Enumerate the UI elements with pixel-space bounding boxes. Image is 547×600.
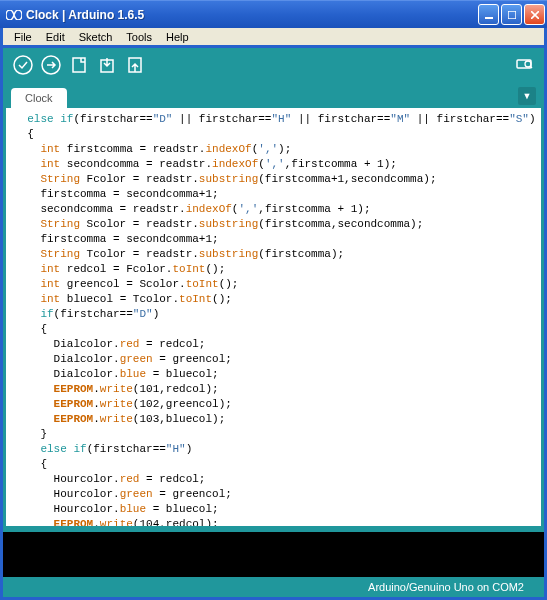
window-title: Clock | Arduino 1.6.5 — [26, 8, 478, 22]
menu-edit[interactable]: Edit — [39, 29, 72, 45]
tab-menu-button[interactable]: ▼ — [518, 87, 536, 105]
svg-rect-1 — [508, 11, 516, 19]
console-panel — [3, 529, 544, 577]
menu-help[interactable]: Help — [159, 29, 196, 45]
upload-button[interactable] — [39, 53, 63, 77]
open-button[interactable] — [95, 53, 119, 77]
menu-file[interactable]: File — [7, 29, 39, 45]
maximize-button[interactable] — [501, 4, 522, 25]
code-editor[interactable]: else if(firstchar=="D" || firstchar=="H"… — [6, 108, 541, 526]
svg-point-2 — [14, 56, 32, 74]
new-button[interactable] — [67, 53, 91, 77]
arduino-icon — [6, 7, 22, 23]
board-info: Arduino/Genuino Uno on COM2 — [368, 581, 524, 593]
close-button[interactable] — [524, 4, 545, 25]
menu-tools[interactable]: Tools — [119, 29, 159, 45]
titlebar[interactable]: Clock | Arduino 1.6.5 — [0, 0, 547, 28]
menubar: File Edit Sketch Tools Help — [0, 28, 547, 48]
status-bar: Arduino/Genuino Uno on COM2 — [3, 577, 544, 597]
toolbar — [3, 48, 544, 82]
svg-rect-0 — [485, 17, 493, 19]
minimize-button[interactable] — [478, 4, 499, 25]
tab-row: Clock ▼ — [3, 82, 544, 108]
serial-monitor-button[interactable] — [512, 53, 536, 77]
verify-button[interactable] — [11, 53, 35, 77]
save-button[interactable] — [123, 53, 147, 77]
menu-sketch[interactable]: Sketch — [72, 29, 120, 45]
svg-rect-4 — [73, 58, 85, 72]
tab-clock[interactable]: Clock — [11, 88, 67, 108]
